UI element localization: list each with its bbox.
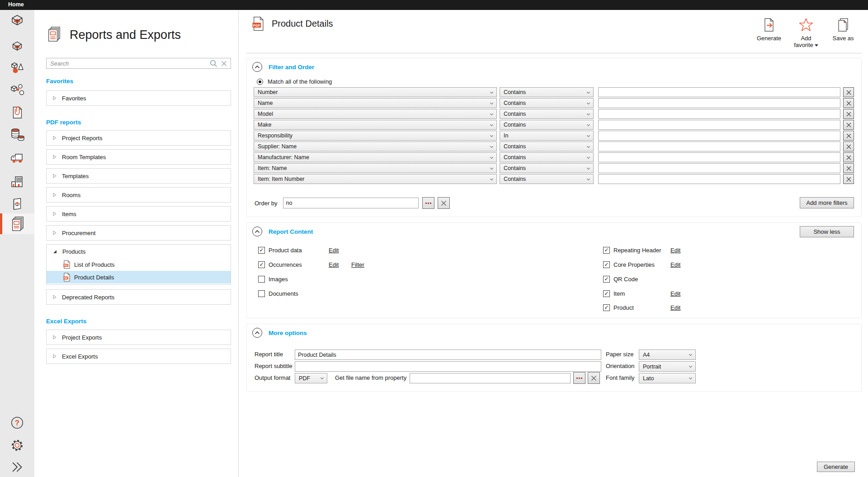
filter-field-select[interactable]: Item: Item Number (254, 174, 497, 184)
filter-operator-select[interactable]: Contains (500, 120, 594, 130)
expand-rail-button[interactable] (0, 457, 34, 477)
expander-collapsed-icon[interactable] (53, 193, 57, 197)
filter-operator-select[interactable]: Contains (500, 98, 594, 108)
nav-company-icon[interactable] (0, 171, 34, 192)
sidebar-item-rooms[interactable]: Rooms (46, 187, 231, 203)
filter-value-input[interactable] (598, 142, 840, 151)
filter-field-select[interactable]: Make (254, 120, 497, 130)
sidebar-item-products[interactable]: Products (47, 245, 231, 258)
remove-filter-button[interactable] (843, 152, 854, 162)
filter-occurrences-link[interactable]: Filter (351, 260, 364, 269)
filter-operator-select[interactable]: Contains (500, 87, 594, 97)
edit-product-link[interactable]: Edit (670, 303, 680, 312)
expander-collapsed-icon[interactable] (53, 155, 57, 159)
sidebar-item-product-details[interactable]: PDF Product Details (47, 271, 231, 283)
filter-operator-select[interactable]: In (500, 131, 594, 141)
expander-collapsed-icon[interactable] (53, 212, 57, 216)
nav-room-templates-icon[interactable] (0, 36, 34, 57)
order-by-input[interactable] (283, 198, 419, 208)
sidebar-item-procurement[interactable]: Procurement (46, 225, 231, 241)
search-icon[interactable] (210, 60, 217, 67)
sidebar-item-project-exports[interactable]: Project Exports (46, 330, 231, 345)
filter-value-input[interactable] (598, 109, 840, 119)
edit-repeating-header-link[interactable]: Edit (670, 246, 680, 254)
edit-product-data-link[interactable]: Edit (329, 246, 339, 254)
add-more-filters-button[interactable]: Add more filters (800, 197, 854, 208)
nav-documents-icon[interactable] (0, 102, 34, 123)
nav-reports-exports-icon[interactable] (0, 213, 34, 234)
home-menu[interactable]: Home (8, 1, 24, 8)
remove-filter-button[interactable] (843, 109, 854, 119)
generate-button[interactable]: Generate (817, 462, 855, 472)
expander-collapsed-icon[interactable] (53, 354, 57, 359)
expander-collapsed-icon[interactable] (53, 335, 57, 340)
repeating-header-checkbox[interactable]: ✓ (603, 247, 610, 254)
filter-value-input[interactable] (598, 87, 840, 97)
expander-collapsed-icon[interactable] (53, 136, 57, 140)
filter-field-select[interactable]: Model (254, 109, 497, 119)
collapse-filter-section-button[interactable] (252, 62, 262, 72)
expander-collapsed-icon[interactable] (53, 174, 57, 178)
sidebar-item-room-templates[interactable]: Room Templates (46, 149, 231, 165)
images-checkbox[interactable] (258, 276, 265, 283)
product-data-checkbox[interactable]: ✓ (258, 247, 265, 254)
product-checkbox[interactable]: ✓ (603, 304, 610, 311)
nav-data-icon[interactable] (0, 124, 34, 145)
filter-operator-select[interactable]: Contains (500, 142, 594, 151)
filter-operator-select[interactable]: Contains (500, 163, 594, 173)
filter-field-select[interactable]: Number (254, 87, 497, 97)
order-by-clear-button[interactable] (438, 197, 450, 209)
nav-rooms-icon[interactable] (0, 10, 34, 31)
qr-code-checkbox[interactable]: ✓ (603, 276, 610, 283)
paper-size-select[interactable]: A4 (639, 349, 696, 360)
filter-value-input[interactable] (598, 98, 840, 108)
filter-operator-select[interactable]: Contains (500, 109, 594, 119)
clear-search-icon[interactable] (221, 61, 227, 66)
nav-product-catalog-icon[interactable] (0, 194, 34, 214)
sidebar-item-items[interactable]: Items (46, 206, 231, 222)
nav-linked-items-icon[interactable] (0, 80, 34, 100)
nav-templates-icon[interactable] (0, 57, 34, 78)
occurrences-checkbox[interactable]: ✓ (258, 261, 265, 268)
edit-occurrences-link[interactable]: Edit (329, 260, 339, 269)
orientation-select[interactable]: Portrait (639, 361, 696, 372)
edit-item-link[interactable]: Edit (670, 289, 680, 298)
match-all-radio[interactable] (257, 79, 263, 85)
filter-field-select[interactable]: Manufacturer: Name (254, 152, 497, 162)
documents-checkbox[interactable] (258, 290, 265, 297)
sidebar-item-deprecated-reports[interactable]: Deprecated Reports (46, 289, 231, 305)
order-by-browse-button[interactable] (422, 197, 434, 209)
filter-field-select[interactable]: Name (254, 98, 497, 108)
save-as-tool-button[interactable]: Save as (828, 17, 858, 48)
sidebar-item-list-of-products[interactable]: PDF List of Products (47, 258, 231, 271)
sidebar-item-favorites[interactable]: Favorites (46, 90, 231, 106)
expander-collapsed-icon[interactable] (53, 295, 57, 299)
filter-value-input[interactable] (598, 163, 840, 173)
filter-field-select[interactable]: Responsibility (254, 131, 497, 141)
remove-filter-button[interactable] (843, 163, 854, 173)
filter-value-input[interactable] (598, 174, 840, 184)
remove-filter-button[interactable] (843, 98, 854, 108)
filter-value-input[interactable] (598, 131, 840, 141)
edit-core-properties-link[interactable]: Edit (670, 260, 680, 269)
remove-filter-button[interactable] (843, 131, 854, 141)
file-name-browse-button[interactable] (573, 372, 585, 384)
collapse-content-section-button[interactable] (252, 227, 262, 236)
filter-value-input[interactable] (598, 152, 840, 162)
file-name-clear-button[interactable] (588, 372, 600, 384)
report-title-input[interactable] (295, 349, 601, 360)
report-subtitle-input[interactable] (295, 361, 601, 372)
expander-expanded-icon[interactable] (53, 250, 57, 254)
filter-operator-select[interactable]: Contains (500, 152, 594, 162)
remove-filter-button[interactable] (843, 142, 854, 151)
generate-tool-button[interactable]: Generate (754, 17, 784, 48)
filter-field-select[interactable]: Item: Name (254, 163, 497, 173)
remove-filter-button[interactable] (843, 174, 854, 184)
sidebar-item-project-reports[interactable]: Project Reports (46, 130, 231, 146)
filter-value-input[interactable] (598, 120, 840, 130)
remove-filter-button[interactable] (843, 87, 854, 97)
sidebar-item-excel-exports[interactable]: Excel Exports (46, 349, 231, 364)
file-name-property-input[interactable] (410, 373, 571, 383)
font-family-select[interactable]: Lato (639, 373, 696, 383)
output-format-select[interactable]: PDF (295, 373, 327, 383)
